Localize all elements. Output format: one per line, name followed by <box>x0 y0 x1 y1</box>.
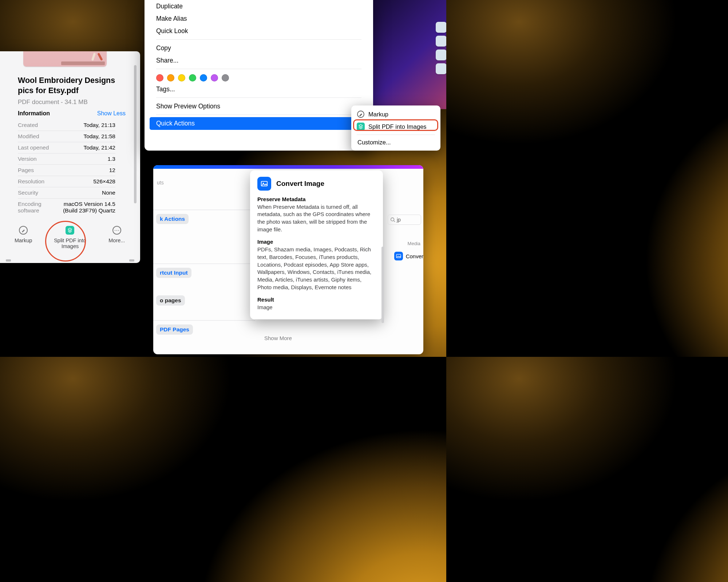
tag-color-dot[interactable] <box>189 74 196 81</box>
file-title: Wool Embroidery Designs pics for Etsy.pd… <box>18 76 116 96</box>
info-table: CreatedToday, 21:13 ModifiedToday, 21:58… <box>18 120 115 216</box>
menu-separator <box>156 97 361 98</box>
image-icon <box>257 177 271 191</box>
scrollbar[interactable] <box>381 247 384 323</box>
encoding-label: Encoding software <box>18 199 54 216</box>
version-label: Version <box>18 154 54 165</box>
menu-separator <box>357 135 435 135</box>
context-menu: Duplicate Make Alias Quick Look Copy Sha… <box>145 0 373 151</box>
more-icon <box>112 226 121 235</box>
modified-label: Modified <box>18 131 54 142</box>
annotation-circle <box>45 221 86 262</box>
svg-point-1 <box>116 230 117 231</box>
menu-tags[interactable]: Tags... <box>151 83 367 95</box>
menu-copy[interactable]: Copy <box>151 42 367 54</box>
menu-quick-look[interactable]: Quick Look <box>151 25 367 37</box>
submenu-markup[interactable]: Markup <box>354 108 438 120</box>
menu-duplicate[interactable]: Duplicate <box>151 0 367 12</box>
search-input[interactable]: jp <box>388 215 421 225</box>
tag-color-dot[interactable] <box>200 74 207 81</box>
result-header: Result <box>257 296 274 303</box>
markup-action[interactable]: Markup <box>3 226 43 243</box>
gradient-bar <box>153 165 423 169</box>
quick-actions-submenu: Markup Split PDF into Images Customize..… <box>351 105 440 151</box>
shortcut-steps: k Actions rtcut Input o pages PDF Pages … <box>153 169 255 354</box>
action-info-popover: Convert Image Preserve MetadataWhen Pres… <box>250 170 383 319</box>
resize-handle[interactable] <box>6 259 11 262</box>
svg-point-6 <box>391 218 394 221</box>
opened-value: Today, 21:42 <box>54 142 115 154</box>
image-text: PDFs, Shazam media, Images, Podcasts, Ri… <box>257 246 371 290</box>
search-value: jp <box>397 217 401 223</box>
markup-label: Markup <box>15 238 32 243</box>
resolution-label: Resolution <box>18 176 54 187</box>
get-info-panel: Wool Embroidery Designs pics for Etsy.pd… <box>0 51 140 263</box>
image-header: Image <box>257 239 273 245</box>
tag-color-dot[interactable] <box>167 74 174 81</box>
file-kind-size: PDF document - 34.1 MB <box>18 99 88 106</box>
tag-color-dot[interactable] <box>211 74 218 81</box>
preserve-text: When Preserve Metadata is turned off, al… <box>257 204 370 232</box>
result-text: Image <box>257 304 273 310</box>
svg-point-2 <box>118 230 119 231</box>
show-more-button[interactable]: Show More <box>264 335 292 341</box>
token-o-pages: o pages <box>156 295 185 306</box>
action-label: Conver <box>406 253 423 259</box>
file-thumbnail <box>23 51 107 67</box>
show-less-link[interactable]: Show Less <box>97 110 126 117</box>
pages-label: Pages <box>18 165 54 176</box>
resize-handle[interactable] <box>129 259 134 262</box>
modified-value: Today, 21:58 <box>54 131 115 142</box>
menu-quick-actions[interactable]: Quick Actions <box>150 117 368 130</box>
submenu-customize-label: Customize... <box>357 139 391 146</box>
menu-make-alias[interactable]: Make Alias <box>151 12 367 25</box>
version-value: 1.3 <box>54 154 115 165</box>
context-menu-panel: Duplicate Make Alias Quick Look Copy Sha… <box>145 0 446 154</box>
menu-share[interactable]: Share... <box>151 54 367 67</box>
opened-label: Last opened <box>18 142 54 154</box>
more-action[interactable]: More... <box>97 226 137 243</box>
information-header: Information <box>18 110 50 117</box>
tag-color-dot[interactable] <box>156 74 163 81</box>
menu-show-preview-options[interactable]: Show Preview Options <box>151 100 367 112</box>
svg-point-0 <box>115 230 115 231</box>
menu-separator <box>156 115 361 115</box>
created-label: Created <box>18 120 54 131</box>
more-label: More... <box>108 238 125 243</box>
preserve-header: Preserve Metadata <box>257 196 306 202</box>
quick-actions-label: Quick Actions <box>156 120 195 127</box>
image-icon <box>394 252 403 260</box>
token-quick-actions[interactable]: k Actions <box>156 214 189 224</box>
menu-separator <box>156 69 361 69</box>
pages-value: 12 <box>54 165 115 176</box>
tag-color-row <box>151 71 367 83</box>
category-label: Media <box>408 241 420 246</box>
desktop-background <box>370 0 446 109</box>
action-convert-image[interactable]: Conver <box>392 250 423 263</box>
annotation-rect <box>353 119 438 131</box>
markup-icon <box>19 226 28 235</box>
token-shortcut-input[interactable]: rtcut Input <box>156 268 191 278</box>
search-icon <box>390 217 395 222</box>
resolution-value: 526×428 <box>54 176 115 187</box>
desktop-icons <box>436 22 446 95</box>
markup-icon <box>357 110 365 118</box>
tag-color-dot[interactable] <box>222 74 229 81</box>
menu-separator <box>156 39 361 40</box>
scrollbar[interactable] <box>134 65 136 203</box>
shortcuts-panel: uts k Actions rtcut Input o pages PDF Pa… <box>153 165 423 354</box>
popover-title: Convert Image <box>276 179 324 188</box>
tag-color-dot[interactable] <box>178 74 185 81</box>
created-value: Today, 21:13 <box>54 120 115 131</box>
submenu-customize[interactable]: Customize... <box>354 137 438 148</box>
security-value: None <box>54 187 115 199</box>
encoding-value: macOS Version 14.5 (Build 23F79) Quartz <box>54 199 115 216</box>
token-pdf-pages[interactable]: PDF Pages <box>156 324 193 335</box>
security-label: Security <box>18 187 54 199</box>
submenu-markup-label: Markup <box>368 111 388 118</box>
